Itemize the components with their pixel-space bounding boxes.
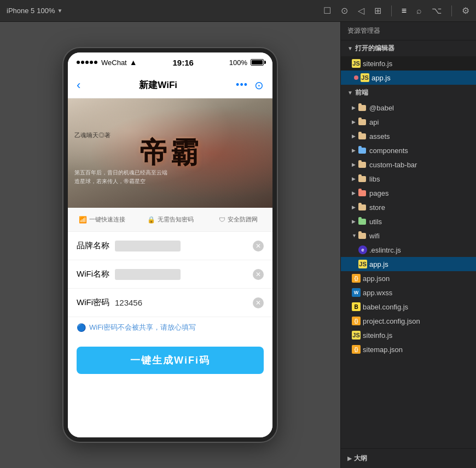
folder-custom-tab-bar[interactable]: ▶ custom-tab-bar	[341, 157, 476, 172]
record-button[interactable]: ⊙	[254, 79, 264, 92]
brand-name-field: 品牌名称 ✕	[68, 232, 272, 260]
folder-icon-assets	[358, 133, 366, 139]
phone-frame: WeChat ▲ 19:16 100% ‹ 新建WiFi ••• ⊙	[63, 48, 277, 442]
folder-arrow-components: ▶	[352, 148, 357, 153]
wifi-password-input-area[interactable]: 123456	[115, 298, 253, 307]
banner-title-overlay: 帝霸	[68, 98, 272, 208]
folder-components[interactable]: ▶ components	[341, 143, 476, 157]
feature-security: 🛡 安全防蹭网	[204, 215, 272, 224]
carrier-label: WeChat	[101, 58, 127, 67]
js-icon-app: JS	[361, 73, 369, 82]
folder-arrow-custom-tab-bar: ▶	[352, 162, 357, 167]
folder-arrow-assets: ▶	[352, 133, 357, 139]
folder-arrow-api: ▶	[352, 119, 357, 125]
status-left: WeChat ▲	[77, 58, 137, 67]
phone-status-bar: WeChat ▲ 19:16 100%	[68, 52, 272, 72]
signal-dot-4	[90, 61, 93, 64]
folder-icon-babel	[358, 105, 366, 111]
lock-feature-icon: 🔒	[147, 216, 155, 224]
list-icon[interactable]: ≡	[402, 6, 407, 16]
folder-utils[interactable]: ▶ utils	[341, 214, 476, 229]
brand-name-clear-button[interactable]: ✕	[253, 241, 264, 251]
back-button[interactable]: ‹	[77, 78, 80, 92]
folder-arrow-libs: ▶	[352, 176, 357, 182]
zoom-level: 100%	[37, 7, 55, 15]
signal-dot-2	[81, 61, 84, 64]
folder-store-label: store	[369, 203, 385, 212]
record-icon[interactable]: ⊙	[341, 5, 348, 16]
json-icon-sitemap: {}	[352, 345, 361, 354]
folder-pages[interactable]: ▶ pages	[341, 186, 476, 200]
folder-components-label: components	[369, 147, 408, 155]
folder-babel-label: @babel	[369, 104, 394, 112]
features-row: 📶 一键快速连接 🔒 无需告知密码 🛡 安全防蹭网	[68, 208, 272, 232]
form-area: 品牌名称 ✕ WiFi名称 ✕ WiFi密码	[68, 232, 272, 437]
open-editors-label: 打开的编辑器	[355, 44, 394, 53]
close-dot-icon	[354, 75, 358, 80]
file-eslintrc[interactable]: e .eslintrc.js	[341, 243, 476, 257]
file-wifi-appjs[interactable]: JS app.js	[341, 257, 476, 271]
device-selector[interactable]: iPhone 5 100% ▼	[7, 7, 62, 15]
folder-libs-label: libs	[369, 175, 380, 183]
babel-icon: B	[352, 302, 361, 311]
wifi-password-clear-button[interactable]: ✕	[253, 297, 264, 308]
folder-icon-store	[358, 204, 366, 210]
file-siteinfo-label: siteinfo.js	[363, 331, 392, 340]
folder-api[interactable]: ▶ api	[341, 115, 476, 129]
more-button[interactable]: •••	[236, 79, 248, 91]
hint-text: WiFi密码不会被共享，请放心填写	[89, 323, 196, 332]
feature-no-password: 🔒 无需告知密码	[136, 215, 205, 224]
open-file-appjs[interactable]: JS app.js	[341, 71, 476, 85]
file-project-config[interactable]: {} project.config.json	[341, 314, 476, 328]
file-app-wxss[interactable]: W app.wxss	[341, 285, 476, 300]
file-sitemap[interactable]: {} sitemap.json	[341, 342, 476, 356]
wifi-hint: 🔵 WiFi密码不会被共享，请放心填写	[68, 317, 272, 338]
settings-icon[interactable]: ⚙	[462, 5, 469, 16]
folder-libs[interactable]: ▶ libs	[341, 172, 476, 186]
wifi-name-input-area[interactable]	[115, 269, 253, 280]
nav-title: 新建WiFi	[80, 79, 236, 91]
open-file-siteinfo[interactable]: JS siteinfo.js	[341, 56, 476, 71]
folder-assets[interactable]: ▶ assets	[341, 129, 476, 143]
top-toolbar: iPhone 5 100% ▼ ☐ ⊙ ◁ ⊞ ≡ ⌕ ⌥ ⚙	[0, 0, 476, 22]
folder-arrow-utils: ▶	[352, 219, 357, 224]
file-siteinfo[interactable]: JS siteinfo.js	[341, 328, 476, 342]
frontend-section[interactable]: ▼ 前端	[341, 85, 476, 101]
banner-image: 帝霸 乙魂喃天◎著 第五百年后，昔日的机魂已经高至云端 造星球，若来传人，帝霸星…	[68, 98, 272, 208]
file-app-wxss-label: app.wxss	[363, 289, 392, 297]
file-babel-config[interactable]: B babel.config.js	[341, 300, 476, 314]
generate-btn-label: 一键生成WiFi码	[130, 354, 210, 367]
device-name: iPhone 5	[7, 7, 34, 15]
battery-label: 100%	[229, 58, 247, 67]
layout-icon[interactable]: ⊞	[374, 5, 381, 16]
toolbar-icons: ☐ ⊙ ◁ ⊞ ≡ ⌕ ⌥ ⚙	[323, 5, 469, 16]
separator	[391, 5, 392, 16]
file-babel-config-label: babel.config.js	[363, 303, 408, 311]
file-app-json[interactable]: {} app.json	[341, 271, 476, 285]
shield-feature-icon: 🛡	[219, 216, 225, 224]
subtitle-line3: 造星球，若来传人，帝霸星空	[74, 177, 167, 186]
banner-author: 乙魂喃天◎著	[74, 131, 111, 139]
wifi-name-clear-button[interactable]: ✕	[253, 269, 264, 280]
author-text: 乙魂喃天◎著	[74, 132, 111, 138]
branch-icon[interactable]: ⌥	[432, 5, 442, 16]
search-icon[interactable]: ⌕	[416, 6, 422, 16]
audio-icon[interactable]: ◁	[358, 5, 364, 16]
folder-api-label: api	[369, 118, 379, 126]
signal-dot-1	[77, 61, 80, 64]
sidebar-bottom: ▶ 大纲	[341, 448, 476, 468]
folder-wifi[interactable]: ▼ wifi	[341, 229, 476, 243]
file-sitemap-label: sitemap.json	[363, 346, 403, 354]
generate-wifi-button[interactable]: 一键生成WiFi码	[77, 347, 264, 374]
folder-babel[interactable]: ▶ @babel	[341, 101, 476, 115]
folder-store[interactable]: ▶ store	[341, 200, 476, 214]
main-layout: WeChat ▲ 19:16 100% ‹ 新建WiFi ••• ⊙	[0, 22, 476, 468]
folder-arrow-store: ▶	[352, 204, 357, 210]
open-editors-section[interactable]: ▼ 打开的编辑器	[341, 40, 476, 56]
brand-name-input-area[interactable]	[115, 241, 253, 251]
device-icon[interactable]: ☐	[323, 5, 331, 16]
file-sidebar: 资源管理器 ▼ 打开的编辑器 JS siteinfo.js JS app.js …	[340, 22, 476, 468]
file-app-json-label: app.json	[363, 274, 390, 283]
outline-label: 大纲	[354, 454, 367, 463]
outline-section-title[interactable]: ▶ 大纲	[347, 454, 367, 463]
